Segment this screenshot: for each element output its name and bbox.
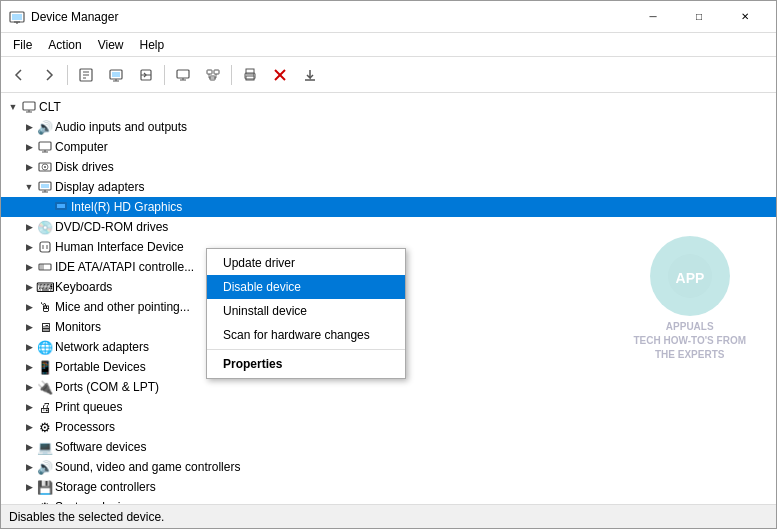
menu-help[interactable]: Help (132, 36, 173, 54)
svg-rect-45 (40, 242, 50, 252)
close-button[interactable]: ✕ (722, 1, 768, 33)
title-bar: Device Manager ─ □ ✕ (1, 1, 776, 33)
ctx-properties[interactable]: Properties (207, 352, 405, 376)
tree-sound[interactable]: ▶ 🔊 Sound, video and game controllers (1, 457, 776, 477)
tree-computer[interactable]: ▶ Computer (1, 137, 776, 157)
tree-display[interactable]: ▼ Display adapters (1, 177, 776, 197)
hid-icon (37, 239, 53, 255)
expand-computer[interactable]: ▶ (21, 139, 37, 155)
expand-storage[interactable]: ▶ (21, 479, 37, 495)
tree-audio[interactable]: ▶ 🔊 Audio inputs and outputs (1, 117, 776, 137)
main-content: ▼ CLT ▶ 🔊 Audio inputs and outputs ▶ (1, 93, 776, 504)
tree-intel[interactable]: ▶ Intel(R) HD Graphics (1, 197, 776, 217)
menu-bar: File Action View Help (1, 33, 776, 57)
back-button[interactable] (5, 61, 33, 89)
menu-file[interactable]: File (5, 36, 40, 54)
tree-ports[interactable]: ▶ 🔌 Ports (COM & LPT) (1, 377, 776, 397)
expand-disk[interactable]: ▶ (21, 159, 37, 175)
computer-label: Computer (55, 140, 108, 154)
intel-icon (53, 199, 69, 215)
expand-audio[interactable]: ▶ (21, 119, 37, 135)
ctx-uninstall-device[interactable]: Uninstall device (207, 299, 405, 323)
window-controls: ─ □ ✕ (630, 1, 768, 33)
forward-button[interactable] (35, 61, 63, 89)
properties-toolbar-button[interactable] (72, 61, 100, 89)
toolbar (1, 57, 776, 93)
menu-view[interactable]: View (90, 36, 132, 54)
expand-dvd[interactable]: ▶ (21, 219, 37, 235)
tree-print[interactable]: ▶ 🖨 Print queues (1, 397, 776, 417)
svg-rect-30 (23, 102, 35, 110)
tree-root[interactable]: ▼ CLT (1, 97, 776, 117)
window-title: Device Manager (31, 10, 630, 24)
remove-button[interactable] (266, 61, 294, 89)
scan-button[interactable] (132, 61, 160, 89)
print-toolbar-button[interactable] (236, 61, 264, 89)
keyboard-icon: ⌨ (37, 279, 53, 295)
mice-label: Mice and other pointing... (55, 300, 190, 314)
ide-label: IDE ATA/ATAPI controlle... (55, 260, 194, 274)
expand-ports[interactable]: ▶ (21, 379, 37, 395)
expand-system[interactable]: ▶ (21, 499, 37, 504)
sound-icon: 🔊 (37, 459, 53, 475)
tree-disk[interactable]: ▶ Disk drives (1, 157, 776, 177)
root-label: CLT (39, 100, 61, 114)
computer-icon (21, 99, 37, 115)
tree-processors[interactable]: ▶ ⚙ Processors (1, 417, 776, 437)
expand-display[interactable]: ▼ (21, 179, 37, 195)
ports-label: Ports (COM & LPT) (55, 380, 159, 394)
svg-point-38 (44, 166, 46, 168)
context-menu: Update driver Disable device Uninstall d… (206, 248, 406, 379)
ctx-separator (207, 349, 405, 350)
expand-software[interactable]: ▶ (21, 439, 37, 455)
expand-root[interactable]: ▼ (5, 99, 21, 115)
download-button[interactable] (296, 61, 324, 89)
svg-rect-14 (177, 70, 189, 78)
expand-sound[interactable]: ▶ (21, 459, 37, 475)
svg-rect-11 (112, 72, 120, 77)
display-toolbar-button[interactable] (169, 61, 197, 89)
expand-portable[interactable]: ▶ (21, 359, 37, 375)
software-icon: 💻 (37, 439, 53, 455)
app-icon (9, 9, 25, 25)
expand-ide[interactable]: ▶ (21, 259, 37, 275)
tree-software[interactable]: ▶ 💻 Software devices (1, 437, 776, 457)
ports-icon: 🔌 (37, 379, 53, 395)
monitors-label: Monitors (55, 320, 101, 334)
expand-print[interactable]: ▶ (21, 399, 37, 415)
expand-processors[interactable]: ▶ (21, 419, 37, 435)
monitors-icon: 🖥 (37, 319, 53, 335)
expand-network[interactable]: ▶ (21, 339, 37, 355)
system-label: System devices (55, 500, 139, 504)
keyboards-label: Keyboards (55, 280, 112, 294)
svg-rect-18 (214, 70, 219, 74)
minimize-button[interactable]: ─ (630, 1, 676, 33)
status-bar: Disables the selected device. (1, 504, 776, 528)
audio-icon: 🔊 (37, 119, 53, 135)
system-icon: ⚙ (37, 499, 53, 504)
menu-action[interactable]: Action (40, 36, 89, 54)
print-icon: 🖨 (37, 399, 53, 415)
expand-monitors[interactable]: ▶ (21, 319, 37, 335)
tree-storage[interactable]: ▶ 💾 Storage controllers (1, 477, 776, 497)
update-driver-toolbar-button[interactable] (102, 61, 130, 89)
display-label: Display adapters (55, 180, 144, 194)
tree-system[interactable]: ▶ ⚙ System devices (1, 497, 776, 504)
processors-icon: ⚙ (37, 419, 53, 435)
tree-dvd[interactable]: ▶ 💿 DVD/CD-ROM drives (1, 217, 776, 237)
svg-rect-40 (41, 184, 49, 188)
network-label: Network adapters (55, 340, 149, 354)
svg-rect-44 (57, 204, 65, 208)
expand-mice[interactable]: ▶ (21, 299, 37, 315)
portable-label: Portable Devices (55, 360, 146, 374)
ctx-scan-changes[interactable]: Scan for hardware changes (207, 323, 405, 347)
ctx-update-driver[interactable]: Update driver (207, 251, 405, 275)
expand-hid[interactable]: ▶ (21, 239, 37, 255)
hid-label: Human Interface Device (55, 240, 184, 254)
disk-label: Disk drives (55, 160, 114, 174)
storage-label: Storage controllers (55, 480, 156, 494)
maximize-button[interactable]: □ (676, 1, 722, 33)
ctx-disable-device[interactable]: Disable device (207, 275, 405, 299)
software-label: Software devices (55, 440, 146, 454)
network-toolbar-button[interactable] (199, 61, 227, 89)
